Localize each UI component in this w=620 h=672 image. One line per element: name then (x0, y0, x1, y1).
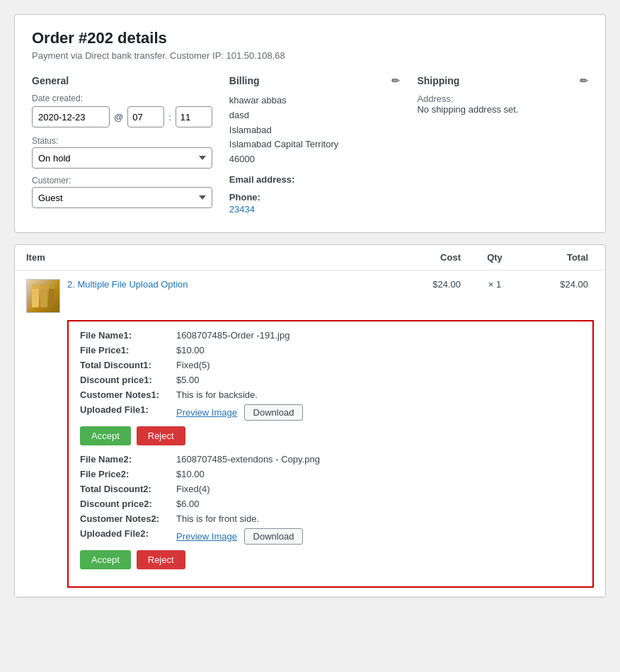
shipping-edit-icon[interactable]: ✏ (580, 75, 588, 86)
item-qty: × 1 (466, 279, 523, 290)
billing-city: Islamabad (229, 123, 401, 138)
uploaded-file-label-1: Uploaded File1: (80, 404, 172, 415)
file-price-row-1: File Price1: $10.00 (80, 345, 581, 355)
discount-price-row-1: Discount price1: $5.00 (80, 375, 581, 385)
order-title: Order #202 details (32, 29, 588, 47)
action-row-1: Accept Reject (80, 426, 581, 445)
discount-price-row-2: Discount price2: $6.00 (80, 499, 581, 509)
shipping-label: Shipping ✏ (417, 75, 588, 86)
reject-button-1[interactable]: Reject (137, 426, 185, 445)
file-price-label-1: File Price1: (80, 345, 172, 355)
item-top: 2. Multiple File Upload Option $24.00 × … (26, 279, 594, 313)
order-subtitle: Payment via Direct bank transfer. Custom… (32, 50, 588, 61)
file-details-box: File Name1: 1608707485-Order -191.jpg Fi… (67, 320, 594, 588)
status-select[interactable]: Pending payment Processing On hold Compl… (32, 147, 212, 169)
customer-select[interactable]: Guest (32, 187, 212, 208)
file-name-label-1: File Name1: (80, 330, 172, 341)
billing-details: khawar abbas dasd Islamabad Islamabad Ca… (229, 93, 401, 167)
file-name-row-2: File Name2: 1608707485-extendons - Copy.… (80, 454, 581, 465)
thumb-placeholder (27, 280, 59, 312)
total-discount-value-2: Fixed(4) (176, 484, 210, 494)
uploaded-file-row-1: Uploaded File1: Preview Image Download (80, 404, 581, 421)
reject-button-2[interactable]: Reject (137, 550, 185, 569)
billing-state: Islamabad Capital Territory (229, 137, 401, 152)
action-row-2: Accept Reject (80, 550, 581, 569)
accept-button-1[interactable]: Accept (80, 426, 131, 445)
total-discount-label-2: Total Discount2: (80, 484, 172, 494)
file-section-1: File Name1: 1608707485-Order -191.jpg Fi… (80, 330, 581, 445)
file-name-label-2: File Name2: (80, 454, 172, 465)
file-price-value-2: $10.00 (176, 469, 205, 479)
total-discount-row-2: Total Discount2: Fixed(4) (80, 484, 581, 494)
file-name-row-1: File Name1: 1608707485-Order -191.jpg (80, 330, 581, 341)
file-section-2: File Name2: 1608707485-extendons - Copy.… (80, 454, 581, 569)
status-label: Status: (32, 136, 212, 146)
customer-notes-label-1: Customer Notes1: (80, 389, 172, 400)
date-row: @ : (32, 106, 212, 127)
billing-edit-icon[interactable]: ✏ (391, 75, 400, 86)
item-cost: $24.00 (396, 279, 466, 290)
date-label: Date created: (32, 93, 212, 103)
colon-sign: : (168, 112, 171, 123)
phone-label: Phone: (229, 192, 401, 203)
download-button-2[interactable]: Download (244, 528, 304, 545)
item-thumbnail (26, 279, 60, 313)
general-label: General (32, 75, 212, 86)
preview-button-2[interactable]: Preview Image (176, 531, 237, 542)
hour-input[interactable] (127, 106, 164, 127)
billing-postcode: 46000 (229, 152, 401, 167)
billing-company: dasd (229, 108, 401, 123)
customer-wrap: Guest (32, 187, 212, 208)
customer-notes-value-1: This is for backside. (176, 389, 258, 400)
shipping-section: Shipping ✏ Address: No shipping address … (417, 75, 588, 215)
col-cost: Cost (396, 252, 466, 263)
qty-num: 1 (496, 279, 501, 290)
customer-notes-label-2: Customer Notes2: (80, 513, 172, 524)
item-total: $24.00 (523, 279, 594, 290)
file-price-row-2: File Price2: $10.00 (80, 469, 581, 479)
order-item-row: 2. Multiple File Upload Option $24.00 × … (15, 270, 605, 597)
accept-button-2[interactable]: Accept (80, 550, 131, 569)
at-sign: @ (114, 112, 123, 123)
discount-price-value-1: $5.00 (176, 375, 200, 385)
file-name-value-1: 1608707485-Order -191.jpg (176, 330, 289, 341)
download-button-1[interactable]: Download (244, 404, 304, 421)
customer-notes-row-2: Customer Notes2: This is for front side. (80, 513, 581, 524)
items-header: Item Cost Qty Total (15, 245, 605, 270)
item-product-link[interactable]: 2. Multiple File Upload Option (67, 279, 188, 290)
order-details-card: Order #202 details Payment via Direct ba… (14, 14, 606, 233)
total-discount-label-1: Total Discount1: (80, 360, 172, 370)
thumb-svg (30, 283, 56, 309)
status-wrap: Pending payment Processing On hold Compl… (32, 147, 212, 169)
col-item: Item (26, 252, 396, 263)
shipping-address-value: No shipping address set. (417, 104, 588, 115)
date-input[interactable] (32, 106, 110, 127)
col-qty: Qty (466, 252, 523, 263)
billing-name: khawar abbas (229, 93, 401, 108)
uploaded-file-actions-1: Preview Image Download (176, 404, 303, 421)
minute-input[interactable] (176, 106, 212, 127)
discount-price-label-1: Discount price1: (80, 375, 172, 385)
uploaded-file-label-2: Uploaded File2: (80, 528, 172, 539)
item-thumb-name: 2. Multiple File Upload Option (26, 279, 396, 313)
uploaded-file-row-2: Uploaded File2: Preview Image Download (80, 528, 581, 545)
billing-label: Billing ✏ (229, 75, 401, 86)
uploaded-file-actions-2: Preview Image Download (176, 528, 303, 545)
customer-notes-value-2: This is for front side. (176, 513, 259, 524)
items-card: Item Cost Qty Total 2. Multiple Fil (14, 244, 606, 598)
file-price-value-1: $10.00 (176, 345, 205, 355)
phone-link[interactable]: 23434 (229, 204, 255, 215)
total-discount-value-1: Fixed(5) (176, 360, 210, 370)
shipping-address-label: Address: (417, 93, 588, 104)
discount-price-label-2: Discount price2: (80, 499, 172, 509)
customer-notes-row-1: Customer Notes1: This is for backside. (80, 389, 581, 400)
total-discount-row-1: Total Discount1: Fixed(5) (80, 360, 581, 370)
preview-button-1[interactable]: Preview Image (176, 407, 237, 418)
file-name-value-2: 1608707485-extendons - Copy.png (176, 454, 320, 465)
svg-rect-3 (32, 285, 54, 289)
customer-label: Customer: (32, 176, 212, 186)
qty-times: × (488, 279, 494, 290)
col-total: Total (523, 252, 594, 263)
email-label: Email address: (229, 174, 401, 185)
billing-section: Billing ✏ khawar abbas dasd Islamabad Is… (229, 75, 401, 215)
